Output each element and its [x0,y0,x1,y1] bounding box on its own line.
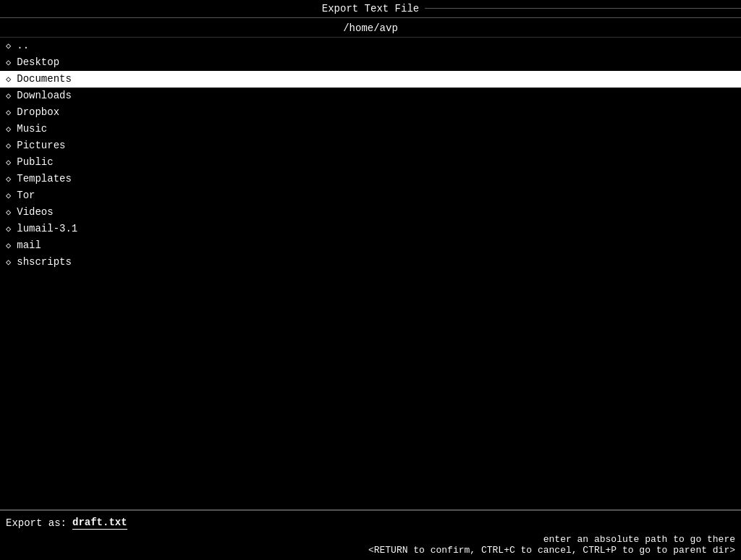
diamond-icon: ◇ [6,123,11,136]
list-item[interactable]: ◇Desktop [0,54,741,71]
diamond-icon: ◇ [6,140,11,153]
help-line-1: enter an absolute path to go there [6,534,735,545]
file-name: shscripts [17,255,72,270]
export-filename[interactable]: draft.txt [72,517,127,530]
help-text: enter an absolute path to go there <RETU… [6,533,735,557]
file-name: Desktop [17,55,59,70]
file-name: Pictures [17,138,65,153]
file-name: Music [17,122,47,137]
list-item[interactable]: ◇Pictures [0,137,741,154]
diamond-icon: ◇ [6,190,11,203]
diamond-icon: ◇ [6,206,11,219]
list-item[interactable]: ◇Documents [0,71,741,88]
file-name: Documents [17,72,72,87]
list-item[interactable]: ◇Tor [0,187,741,204]
list-item[interactable]: ◇Videos [0,204,741,221]
file-name: Public [17,155,53,170]
diamond-icon: ◇ [6,156,11,169]
list-item[interactable]: ◇.. [0,38,741,54]
diamond-icon: ◇ [6,56,11,69]
diamond-icon: ◇ [6,239,11,253]
title-bar: Export Text File [0,0,741,18]
file-name: lumail-3.1 [17,221,77,237]
diamond-icon: ◇ [6,173,11,186]
list-item[interactable]: ◇Public [0,154,741,171]
file-name: Dropbox [17,105,59,120]
file-name: Tor [17,188,35,203]
list-item[interactable]: ◇Dropbox [0,104,741,121]
file-name: Videos [17,205,53,220]
list-item[interactable]: ◇mail [0,237,741,254]
current-path: /home/avp [0,18,741,38]
list-item[interactable]: ◇Downloads [0,88,741,104]
bottom-bar: Export as: draft.txt enter an absolute p… [0,510,741,560]
file-list: ◇..◇Desktop◇Documents◇Downloads◇Dropbox◇… [0,38,741,510]
file-name: .. [17,38,29,54]
diamond-icon: ◇ [6,106,11,119]
export-line: Export as: draft.txt [6,514,735,533]
file-name: mail [17,238,41,253]
help-line-2: <RETURN to confirm, CTRL+C to cancel, CT… [6,545,735,556]
diamond-icon: ◇ [6,256,11,269]
diamond-icon: ◇ [6,90,11,103]
list-item[interactable]: ◇shscripts [0,254,741,271]
dialog-title: Export Text File [316,3,425,14]
file-name: Downloads [17,88,72,103]
diamond-icon: ◇ [6,40,11,53]
file-name: Templates [17,171,72,187]
diamond-icon: ◇ [6,73,11,86]
diamond-icon: ◇ [6,223,11,236]
export-label: Export as: [6,517,67,529]
list-item[interactable]: ◇lumail-3.1 [0,221,741,237]
list-item[interactable]: ◇Music [0,121,741,137]
list-item[interactable]: ◇Templates [0,171,741,187]
